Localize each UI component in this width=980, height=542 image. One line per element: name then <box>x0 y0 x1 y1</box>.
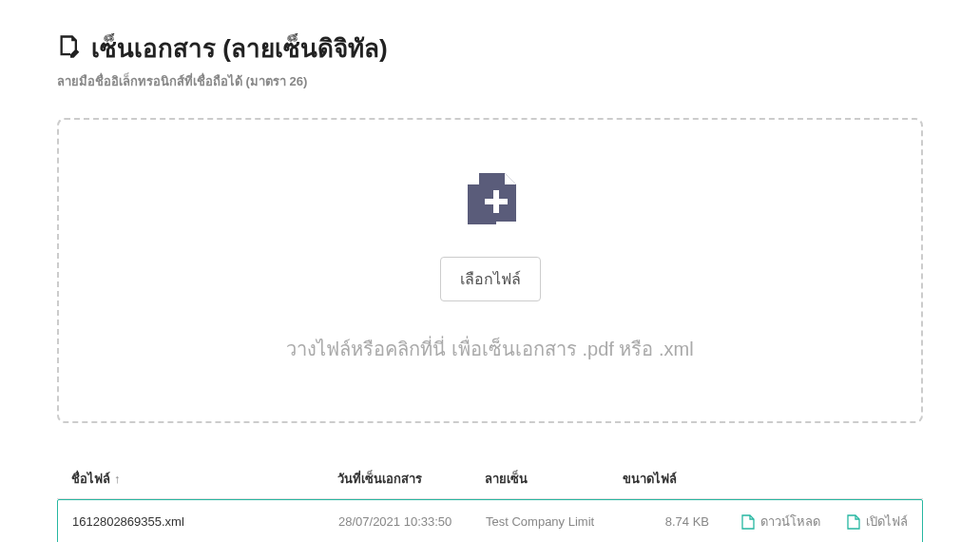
column-filename[interactable]: ชื่อไฟล์↑ <box>71 469 337 489</box>
signature-icon <box>57 33 84 64</box>
cell-size: 8.74 KB <box>624 514 728 529</box>
column-signature[interactable]: ลายเซ็น <box>485 469 623 489</box>
file-icon <box>847 514 860 530</box>
cell-actions: ดาวน์โหลด เปิดไฟล์ <box>728 512 908 532</box>
table-header: ชื่อไฟล์↑ วันที่เซ็นเอกสาร ลายเซ็น ขนาดไ… <box>57 461 923 499</box>
open-file-button[interactable]: เปิดไฟล์ <box>847 512 908 532</box>
add-file-icon <box>456 167 525 240</box>
choose-file-button[interactable]: เลือกไฟล์ <box>440 257 541 301</box>
file-dropzone[interactable]: เลือกไฟล์ วางไฟล์หรือคลิกที่นี่ เพื่อเซ็… <box>57 118 923 423</box>
table-body: 1612802869355.xml 28/07/2021 10:33:50 Te… <box>57 499 923 542</box>
file-table: ชื่อไฟล์↑ วันที่เซ็นเอกสาร ลายเซ็น ขนาดไ… <box>57 461 923 542</box>
page-title: เซ็นเอกสาร (ลายเซ็นดิจิทัล) <box>91 29 388 68</box>
cell-date: 28/07/2021 10:33:50 <box>338 514 486 529</box>
dropzone-hint: วางไฟล์หรือคลิกที่นี่ เพื่อเซ็นเอกสาร .p… <box>286 334 693 364</box>
page-header: เซ็นเอกสาร (ลายเซ็นดิจิทัล) <box>57 29 923 68</box>
column-size[interactable]: ขนาดไฟล์ <box>623 469 727 489</box>
page-subtitle: ลายมือชื่ออิเล็กทรอนิกส์ที่เชื่อถือได้ (… <box>57 71 923 91</box>
cell-signature: Test Company Limit <box>486 514 624 529</box>
sort-ascending-icon: ↑ <box>114 472 121 486</box>
file-icon <box>741 514 755 530</box>
cell-filename: 1612802869355.xml <box>72 514 338 529</box>
open-label: เปิดไฟล์ <box>866 512 908 532</box>
download-button[interactable]: ดาวน์โหลด <box>741 512 820 532</box>
column-date[interactable]: วันที่เซ็นเอกสาร <box>337 469 485 489</box>
table-row: 1612802869355.xml 28/07/2021 10:33:50 Te… <box>57 499 923 542</box>
download-label: ดาวน์โหลด <box>760 512 820 532</box>
